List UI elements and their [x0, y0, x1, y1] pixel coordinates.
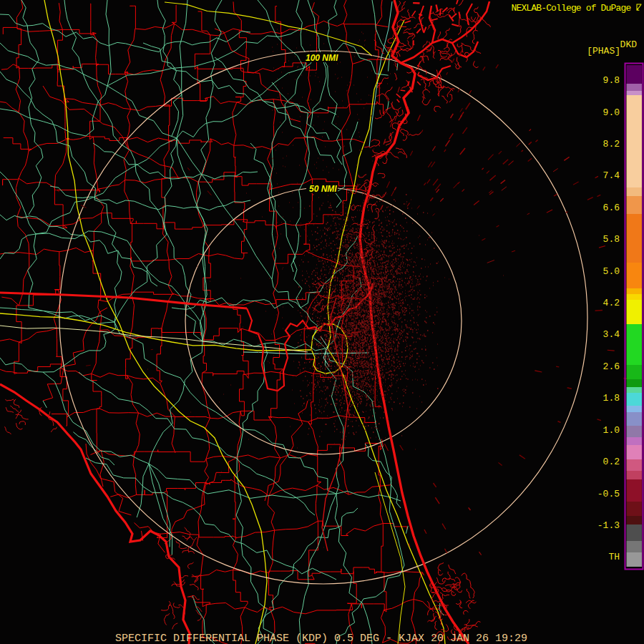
- svg-text:TH: TH: [608, 552, 620, 562]
- svg-text:NEXLAB-College of DuPage: NEXLAB-College of DuPage: [512, 3, 631, 14]
- svg-text:DKD: DKD: [620, 39, 638, 50]
- svg-text:50 NMI: 50 NMI: [309, 184, 337, 194]
- svg-text:2.6: 2.6: [603, 361, 620, 372]
- svg-text:1.0: 1.0: [603, 425, 620, 436]
- svg-text:-1.3: -1.3: [597, 520, 620, 531]
- svg-text:1.8: 1.8: [603, 393, 620, 404]
- svg-text:3.4: 3.4: [603, 329, 620, 340]
- svg-text:7.4: 7.4: [603, 170, 620, 181]
- svg-text:[PHAS]: [PHAS]: [587, 46, 620, 57]
- svg-text:9.0: 9.0: [603, 107, 620, 118]
- svg-text:4.2: 4.2: [603, 298, 620, 308]
- svg-text:9.8: 9.8: [603, 75, 620, 86]
- svg-text:5.8: 5.8: [603, 234, 620, 245]
- svg-text:6.6: 6.6: [603, 203, 620, 213]
- svg-text:0.2: 0.2: [603, 457, 620, 467]
- svg-text:100 NMI: 100 NMI: [306, 53, 338, 63]
- svg-text:8.2: 8.2: [603, 139, 620, 150]
- svg-text:5.0: 5.0: [603, 266, 620, 277]
- svg-text:-0.5: -0.5: [597, 489, 620, 499]
- svg-text:SPECIFIC DIFFERENTIAL PHASE (K: SPECIFIC DIFFERENTIAL PHASE (KDP) 0.5 DE…: [115, 633, 527, 644]
